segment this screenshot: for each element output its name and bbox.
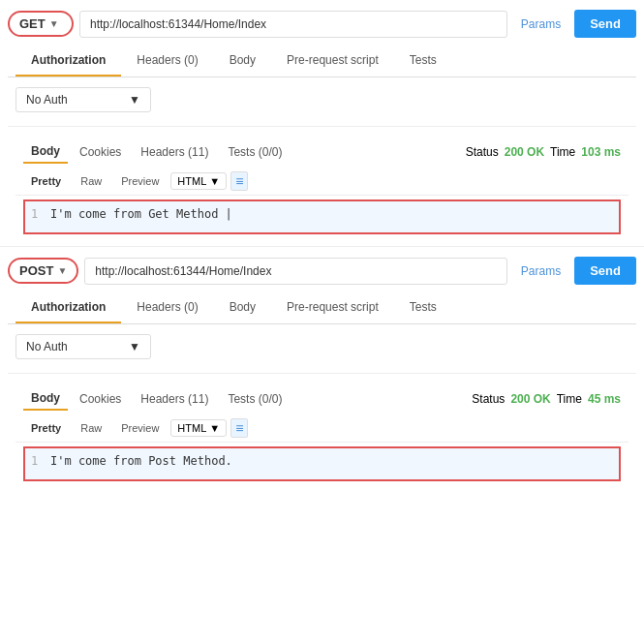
tab-tests-1[interactable]: Tests <box>394 46 452 77</box>
send-btn-1[interactable]: Send <box>574 10 636 38</box>
format-raw-1[interactable]: Raw <box>73 173 109 189</box>
wrap-icon-1[interactable]: ≡ <box>230 171 248 191</box>
format-type-label-1: HTML <box>177 175 206 187</box>
auth-section-1: No Auth ▼ <box>8 77 636 122</box>
time-label-1: Time <box>550 145 575 159</box>
resp-tab-cookies-2[interactable]: Cookies <box>72 388 129 410</box>
url-input-2[interactable] <box>84 258 507 285</box>
status-label-1: Status <box>466 145 499 159</box>
url-bar-1: GET ▼ Params Send <box>8 10 636 38</box>
resp-tab-tests-1[interactable]: Tests (0/0) <box>220 141 290 163</box>
tab-tests-2[interactable]: Tests <box>394 292 452 323</box>
time-value-2: 45 ms <box>588 392 621 406</box>
method-label-get: GET <box>19 16 46 31</box>
auth-dropdown-2[interactable]: No Auth ▼ <box>15 334 151 359</box>
response-meta-2: Body Cookies Headers (11) Tests (0/0) St… <box>15 383 629 414</box>
tab-prerequest-2[interactable]: Pre-request script <box>271 292 394 323</box>
method-chevron-get: ▼ <box>49 18 59 29</box>
response-section-1: Body Cookies Headers (11) Tests (0/0) St… <box>8 131 636 234</box>
format-pretty-2[interactable]: Pretty <box>23 420 69 436</box>
wrap-icon-2[interactable]: ≡ <box>230 418 248 438</box>
format-row-1: Pretty Raw Preview HTML ▼ ≡ <box>15 168 629 196</box>
line-num-2: 1 <box>31 454 43 474</box>
format-preview-2[interactable]: Preview <box>113 420 167 436</box>
format-row-2: Pretty Raw Preview HTML ▼ ≡ <box>15 414 629 443</box>
format-type-label-2: HTML <box>177 422 206 434</box>
url-bar-2: POST ▼ Params Send <box>8 257 636 285</box>
params-link-1[interactable]: Params <box>513 17 568 31</box>
tab-authorization-2[interactable]: Authorization <box>15 292 121 323</box>
divider-1 <box>8 126 636 127</box>
format-pretty-1[interactable]: Pretty <box>23 173 69 189</box>
time-value-1: 103 ms <box>581 145 621 159</box>
request-1-section: GET ▼ Params Send Authorization Headers … <box>0 0 644 234</box>
request-2-section: POST ▼ Params Send Authorization Headers… <box>0 246 644 481</box>
method-label-post: POST <box>19 263 53 278</box>
auth-chevron-2: ▼ <box>129 340 140 353</box>
url-input-1[interactable] <box>79 11 507 38</box>
tab-body-2[interactable]: Body <box>214 292 271 323</box>
send-btn-2[interactable]: Send <box>574 257 636 285</box>
code-area-2: 1 I'm come from Post Method. <box>23 446 621 481</box>
format-raw-2[interactable]: Raw <box>73 420 109 436</box>
format-type-chevron-1: ▼ <box>209 175 220 187</box>
request-tabs-1: Authorization Headers (0) Body Pre-reque… <box>8 46 636 77</box>
resp-tab-headers-2[interactable]: Headers (11) <box>133 388 216 410</box>
response-meta-1: Body Cookies Headers (11) Tests (0/0) St… <box>15 137 629 168</box>
method-chevron-post: ▼ <box>57 265 67 276</box>
format-preview-1[interactable]: Preview <box>113 173 167 189</box>
format-type-1[interactable]: HTML ▼ <box>170 172 227 190</box>
tab-body-1[interactable]: Body <box>214 46 271 77</box>
method-btn-post[interactable]: POST ▼ <box>8 258 78 284</box>
resp-tab-headers-1[interactable]: Headers (11) <box>133 141 216 163</box>
line-num-1: 1 <box>31 207 43 227</box>
resp-tab-body-2[interactable]: Body <box>23 387 68 411</box>
tab-headers-1[interactable]: Headers (0) <box>121 46 213 77</box>
response-section-2: Body Cookies Headers (11) Tests (0/0) St… <box>8 378 636 481</box>
tab-prerequest-1[interactable]: Pre-request script <box>271 46 394 77</box>
format-type-chevron-2: ▼ <box>209 422 220 434</box>
resp-tab-body-1[interactable]: Body <box>23 140 68 164</box>
divider-2 <box>8 373 636 374</box>
request-tabs-2: Authorization Headers (0) Body Pre-reque… <box>8 292 636 324</box>
method-btn-get[interactable]: GET ▼ <box>8 11 74 37</box>
auth-dropdown-1[interactable]: No Auth ▼ <box>15 87 151 112</box>
status-label-2: Status <box>472 392 505 406</box>
tab-authorization-1[interactable]: Authorization <box>15 46 121 77</box>
status-value-1: 200 OK <box>505 145 544 159</box>
auth-label-1: No Auth <box>26 93 68 107</box>
auth-label-2: No Auth <box>26 340 68 353</box>
tab-headers-2[interactable]: Headers (0) <box>121 292 213 323</box>
resp-tab-tests-2[interactable]: Tests (0/0) <box>220 388 290 410</box>
resp-tab-cookies-1[interactable]: Cookies <box>72 141 129 163</box>
status-value-2: 200 OK <box>510 392 550 406</box>
format-type-2[interactable]: HTML ▼ <box>170 419 227 437</box>
auth-section-2: No Auth ▼ <box>8 324 636 369</box>
code-content-2: I'm come from Post Method. <box>50 454 613 474</box>
auth-chevron-1: ▼ <box>129 93 140 107</box>
params-link-2[interactable]: Params <box>513 264 568 278</box>
time-label-2: Time <box>557 392 582 406</box>
code-area-1: 1 I'm come from Get Method | <box>23 199 621 234</box>
code-content-1: I'm come from Get Method | <box>50 207 613 227</box>
